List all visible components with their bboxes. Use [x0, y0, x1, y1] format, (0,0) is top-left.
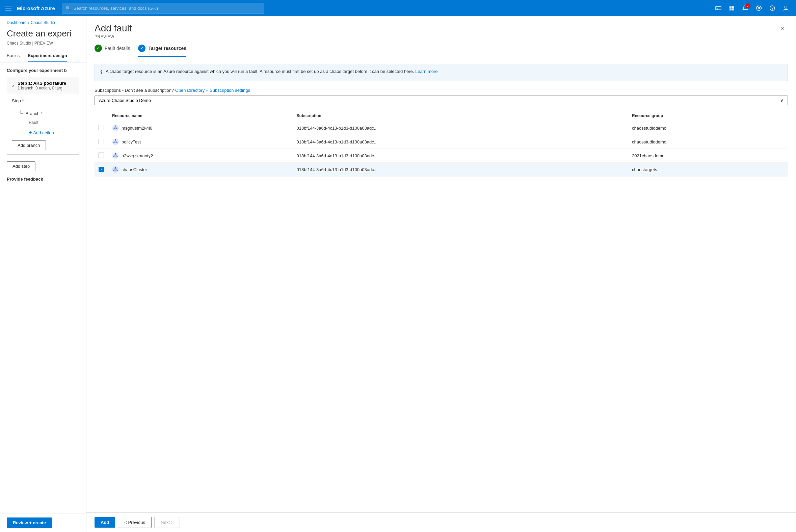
- target-resources-check: ✓: [138, 44, 146, 52]
- panel-body: ℹ A chaos target resource is an Azure re…: [87, 57, 796, 512]
- close-panel-button[interactable]: ×: [777, 23, 788, 34]
- plus-icon: +: [29, 130, 32, 136]
- breadcrumb-sep: ›: [28, 20, 30, 25]
- branch-label: Branch *: [26, 111, 42, 116]
- resource-name-cell: policyTest: [108, 135, 293, 149]
- left-panel: Dashboard › Chaos Studio Create an exper…: [0, 16, 86, 532]
- subscription-cell: 018bf144-3a6d-4c13-b1d3-d100a03adc...: [293, 135, 628, 149]
- panel-header: Add fault PREVIEW ×: [87, 16, 796, 39]
- wizard-tab-fault-details[interactable]: ✓ Fault details: [95, 44, 130, 57]
- subscription-cell: 018bf144-3a6d-4c13-b1d3-d100a03adc...: [293, 121, 628, 135]
- svg-point-28: [115, 153, 116, 154]
- table-row[interactable]: msghustm2k4l6 018bf144-3a6d-4c13-b1d3-d1…: [95, 121, 788, 135]
- svg-point-12: [115, 126, 116, 127]
- step-card: ∧ Step 1: AKS pod failure 1 branch, 0 ac…: [7, 77, 79, 155]
- chevron-up-icon: ∧: [12, 83, 15, 88]
- svg-rect-2: [732, 6, 734, 8]
- step-required: *: [22, 98, 24, 103]
- learn-more-link[interactable]: Learn more: [415, 69, 437, 74]
- brand-name: Microsoft Azure: [17, 5, 55, 11]
- panel-title: Add fault: [95, 23, 132, 34]
- col-subscription: Subscription: [293, 111, 628, 121]
- add-branch-button[interactable]: Add branch: [12, 140, 46, 150]
- add-step-button[interactable]: Add step: [7, 162, 35, 171]
- bottom-bar-left: Review + create Previous: [0, 513, 86, 532]
- kubernetes-icon: [112, 125, 119, 131]
- subscription-dropdown[interactable]: Azure Chaos Studio Demo ∨: [95, 96, 788, 105]
- tab-bar: Basics Experiment design: [0, 50, 86, 62]
- kubernetes-icon: [112, 166, 119, 173]
- top-nav: Microsoft Azure 🔍 Search resources, serv…: [0, 0, 796, 16]
- next-button: Next >: [154, 517, 180, 528]
- previous-button[interactable]: < Previous: [118, 517, 152, 528]
- kubernetes-icon: [112, 152, 119, 159]
- portal-icon[interactable]: [726, 2, 738, 14]
- tab-basics[interactable]: Basics: [7, 50, 20, 62]
- col-resource-name: Resource name: [108, 111, 293, 121]
- row-checkbox[interactable]: ✓: [95, 163, 108, 176]
- step-header[interactable]: ∧ Step 1: AKS pod failure 1 branch, 0 ac…: [7, 77, 79, 94]
- tab-experiment-design[interactable]: Experiment design: [28, 50, 67, 62]
- info-icon: ℹ: [100, 69, 102, 77]
- configure-label: Configure your experiment b: [7, 68, 79, 73]
- table-row[interactable]: a2wzqzkmaoty2 018bf144-3a6d-4c13-b1d3-d1…: [95, 149, 788, 163]
- page-title: Create an experi: [0, 27, 86, 40]
- svg-point-36: [115, 167, 116, 168]
- svg-rect-1: [729, 6, 732, 8]
- step-field-label: Step *: [12, 98, 74, 103]
- main-layout: Dashboard › Chaos Studio Create an exper…: [0, 16, 796, 532]
- dropdown-value: Azure Chaos Studio Demo: [99, 98, 151, 103]
- table-row[interactable]: ✓ chaosCluster 018bf144-3a6d-4c13-b1d3-d…: [95, 163, 788, 176]
- col-checkbox: [95, 111, 108, 121]
- resource-group-cell: chaostargets: [628, 163, 788, 176]
- resource-name-cell: msghustm2k4l6: [108, 121, 293, 135]
- notifications-icon[interactable]: 2: [739, 2, 752, 14]
- search-icon: 🔍: [65, 6, 71, 11]
- subscription-cell: 018bf144-3a6d-4c13-b1d3-d100a03adc...: [293, 149, 628, 163]
- svg-text:?: ?: [771, 6, 774, 10]
- panel-footer: Add < Previous Next >: [87, 512, 796, 532]
- search-bar[interactable]: 🔍 Search resources, services, and docs (…: [62, 3, 264, 14]
- col-resource-group: Resource group: [628, 111, 788, 121]
- open-directory-link[interactable]: Open Directory + Subscription settings: [175, 88, 250, 93]
- kubernetes-icon: [112, 138, 119, 145]
- subscriptions-label: Subscriptions - Don't see a subscription…: [95, 88, 788, 93]
- resource-group-cell: 2021chaosdemo: [628, 149, 788, 163]
- resource-group-cell: chaosstudiodemo: [628, 121, 788, 135]
- account-icon[interactable]: [780, 2, 792, 14]
- notification-badge: 2: [745, 3, 750, 8]
- table-row[interactable]: policyTest 018bf144-3a6d-4c13-b1d3-d100a…: [95, 135, 788, 149]
- breadcrumb-dashboard[interactable]: Dashboard: [7, 20, 27, 25]
- info-banner: ℹ A chaos target resource is an Azure re…: [95, 64, 788, 81]
- feedback-label: Provide feedback: [7, 176, 79, 182]
- resource-name-cell: chaosCluster: [108, 163, 293, 176]
- cloud-shell-icon[interactable]: [712, 2, 724, 14]
- help-icon[interactable]: ?: [766, 2, 778, 14]
- svg-point-6: [758, 7, 760, 9]
- add-action-button[interactable]: + Add action: [29, 128, 74, 138]
- review-create-button[interactable]: Review + create: [7, 517, 52, 528]
- row-checkbox[interactable]: [95, 135, 108, 149]
- svg-point-20: [115, 139, 116, 140]
- svg-rect-4: [732, 8, 734, 11]
- nav-icons: 2 ?: [712, 2, 792, 14]
- svg-point-9: [785, 6, 787, 8]
- branch-line: └ Branch *: [19, 110, 74, 117]
- breadcrumb-chaos-studio[interactable]: Chaos Studio: [31, 20, 55, 25]
- step-meta: 1 branch, 0 action, 0 targ: [18, 86, 66, 91]
- svg-rect-3: [729, 8, 732, 11]
- resource-name-cell: a2wzqzkmaoty2: [108, 149, 293, 163]
- fault-details-check: ✓: [95, 44, 102, 52]
- row-checkbox[interactable]: [95, 149, 108, 163]
- chevron-down-icon: ∨: [780, 98, 783, 103]
- left-content: Configure your experiment b ∧ Step 1: AK…: [0, 62, 86, 513]
- settings-icon[interactable]: [753, 2, 765, 14]
- panel-preview: PREVIEW: [95, 34, 132, 39]
- resource-group-cell: chaosstudiodemo: [628, 135, 788, 149]
- row-checkbox[interactable]: [95, 121, 108, 135]
- breadcrumb: Dashboard › Chaos Studio: [0, 16, 86, 27]
- add-button[interactable]: Add: [95, 517, 115, 528]
- search-placeholder: Search resources, services, and docs (G+…: [74, 6, 158, 11]
- hamburger-menu[interactable]: [4, 4, 13, 12]
- wizard-tab-target-resources[interactable]: ✓ Target resources: [138, 44, 186, 57]
